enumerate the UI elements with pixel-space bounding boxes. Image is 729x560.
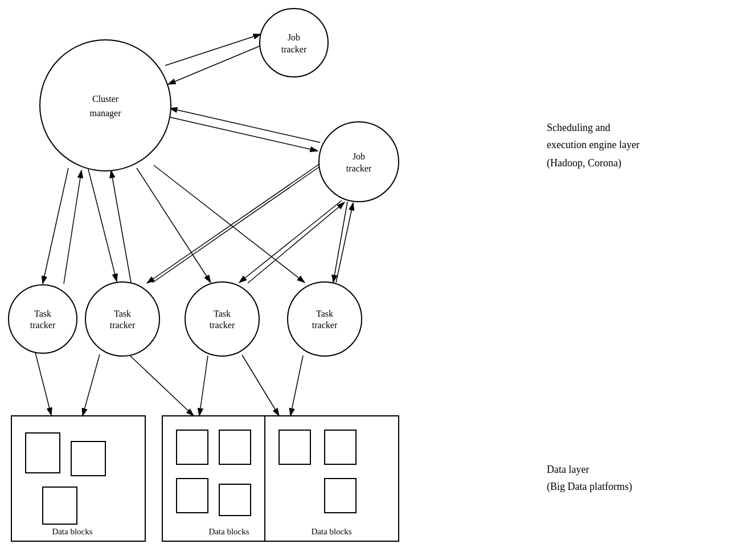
data-block-2c xyxy=(177,479,208,513)
data-block-2d xyxy=(219,484,251,516)
arrow-tt3-jt xyxy=(248,202,345,283)
arrow-jt-tt3 xyxy=(239,201,342,283)
arrow-cm-tt3 xyxy=(137,168,211,283)
data-block-1b xyxy=(71,442,105,476)
data-block-2b xyxy=(219,430,251,464)
arrow-cm-tt2 xyxy=(88,169,117,281)
task-tracker-4-label2: tracker xyxy=(312,320,338,330)
task-tracker-2-label1: Task xyxy=(114,309,131,318)
task-tracker-3-label2: tracker xyxy=(210,320,235,330)
arrow-tt2-jt xyxy=(153,162,326,283)
cluster-manager-label-line1: Cluster xyxy=(92,94,119,104)
arrow-tt4-jt xyxy=(336,203,353,283)
task-tracker-2-node xyxy=(85,282,159,356)
arrow-cm-tt4 xyxy=(154,165,305,283)
task-tracker-1-label1: Task xyxy=(34,309,51,318)
job-tracker-top-label1: Job xyxy=(288,32,300,42)
task-tracker-3-node xyxy=(185,282,259,356)
arrow-tt2-cm xyxy=(111,170,131,283)
arrow-cm-jt-top xyxy=(165,34,261,66)
data-block-3c xyxy=(325,479,356,513)
annotation-data-1: Data layer xyxy=(547,464,589,475)
arrow-cm-jt-mid xyxy=(168,117,318,151)
arrow-tt2-db1 xyxy=(83,354,100,416)
arrow-tt1-db1 xyxy=(35,353,51,415)
task-tracker-4-node xyxy=(288,282,362,356)
arrow-tt3-db3 xyxy=(242,355,279,416)
annotation-scheduling-3: (Hadoop, Corona) xyxy=(547,157,621,169)
arrow-jt-tt4 xyxy=(333,202,347,283)
data-block-1c xyxy=(43,487,77,524)
data-block-1a xyxy=(26,433,60,473)
cluster-manager-node xyxy=(40,40,171,171)
task-tracker-2-label2: tracker xyxy=(110,320,136,330)
job-tracker-mid-label2: tracker xyxy=(346,163,372,173)
data-box-3-label: Data blocks xyxy=(311,527,351,536)
annotation-scheduling-2: execution engine layer xyxy=(547,139,640,150)
job-tracker-top-label2: tracker xyxy=(281,44,307,54)
task-tracker-1-node xyxy=(9,285,77,353)
task-tracker-3-label1: Task xyxy=(214,309,231,318)
cluster-manager-label-line2: manager xyxy=(89,108,121,118)
diagram: Data blocks Data blocks Data blocks Clus… xyxy=(0,0,729,560)
arrow-cm-tt1 xyxy=(43,168,68,284)
arrow-jt-top-cm xyxy=(168,46,261,84)
data-block-3a xyxy=(279,430,310,464)
arrow-tt4-db3 xyxy=(290,355,303,416)
job-tracker-top-node xyxy=(260,9,328,77)
annotation-data-2: (Big Data platforms) xyxy=(547,481,632,493)
data-box-1-label: Data blocks xyxy=(52,527,92,536)
data-block-2a xyxy=(177,430,208,464)
data-block-3b xyxy=(325,430,356,464)
arrow-jt-mid-cm xyxy=(170,108,320,142)
arrow-tt3-db2 xyxy=(199,355,208,416)
job-tracker-mid-node xyxy=(319,122,399,202)
arrow-tt1-cm xyxy=(64,170,81,284)
task-tracker-4-label1: Task xyxy=(316,309,333,318)
task-tracker-1-label2: tracker xyxy=(30,320,56,330)
data-box-2-label: Data blocks xyxy=(208,527,249,536)
arrow-tt2-db2 xyxy=(130,355,194,416)
job-tracker-mid-label1: Job xyxy=(353,152,365,161)
annotation-scheduling-1: Scheduling and xyxy=(547,122,610,133)
